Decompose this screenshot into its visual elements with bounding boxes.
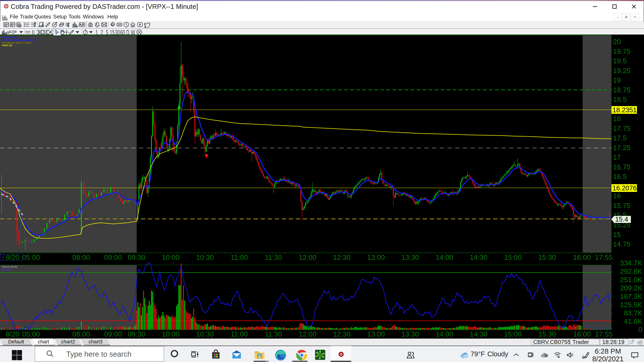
svg-text:17: 17 [613, 153, 621, 161]
svg-text:167.3K: 167.3K [620, 293, 642, 300]
svg-text:19.5: 19.5 [613, 57, 627, 65]
svg-text:15: 15 [613, 231, 621, 239]
svg-text:VWAP (0): VWAP (0) [2, 44, 12, 47]
svg-text:Price (Candle): Price (Candle) [2, 36, 18, 39]
svg-text:13:30: 13:30 [401, 330, 419, 338]
svg-text:08:00: 08:00 [72, 253, 90, 261]
svg-text:Moving Average (Expone@9): Moving Average (Expone@9) [2, 39, 34, 41]
svg-text:09:30: 09:30 [128, 253, 145, 261]
svg-text:16: 16 [613, 192, 621, 200]
svg-text:8/20: 8/20 [6, 253, 20, 261]
svg-text:14:30: 14:30 [470, 330, 487, 338]
svg-text:PriceMarker (Open,Y High): PriceMarker (Open,Y High) [2, 41, 31, 44]
svg-text:13:30: 13:30 [401, 253, 419, 261]
svg-text:15:30: 15:30 [538, 253, 556, 261]
svg-text:19.75: 19.75 [613, 47, 630, 55]
svg-text:209.2K: 209.2K [620, 284, 642, 292]
svg-text:334.7K: 334.7K [620, 259, 642, 267]
svg-text:Volume (BAR): Volume (BAR) [2, 266, 17, 268]
svg-text:10:00: 10:00 [162, 253, 180, 261]
svg-text:18.5: 18.5 [613, 95, 627, 103]
svg-text:12:00: 12:00 [299, 330, 316, 338]
svg-text:11:30: 11:30 [265, 253, 282, 261]
svg-text:15:00: 15:00 [504, 253, 522, 261]
svg-text:17.75: 17.75 [613, 124, 630, 132]
svg-text:RSI (14): RSI (14) [2, 268, 10, 271]
svg-text:83.7K: 83.7K [624, 309, 642, 317]
svg-text:15:00: 15:00 [504, 330, 522, 338]
svg-text:13:00: 13:00 [367, 253, 385, 261]
svg-text:18: 18 [613, 115, 621, 123]
svg-text:08:00: 08:00 [72, 330, 90, 338]
svg-text:16:00: 16:00 [573, 253, 591, 261]
svg-text:18.75: 18.75 [613, 86, 630, 94]
svg-text:125.5K: 125.5K [620, 301, 642, 309]
svg-text:14.75: 14.75 [613, 240, 630, 248]
svg-text:41.8K: 41.8K [624, 318, 642, 325]
svg-text:10:30: 10:30 [196, 253, 214, 261]
svg-text:251.0K: 251.0K [620, 276, 642, 284]
svg-text:16.5: 16.5 [613, 173, 627, 180]
svg-text:15.4: 15.4 [615, 216, 628, 223]
svg-text:19: 19 [613, 76, 621, 84]
svg-text:8/20: 8/20 [6, 330, 20, 338]
svg-text:09:30: 09:30 [128, 330, 145, 338]
svg-text:15.75: 15.75 [613, 202, 630, 210]
svg-text:292.8K: 292.8K [620, 268, 642, 275]
svg-text:12:30: 12:30 [333, 330, 350, 338]
svg-text:05:00: 05:00 [22, 253, 40, 261]
svg-text:15:30: 15:30 [538, 330, 556, 338]
svg-text:05:00: 05:00 [22, 330, 40, 338]
svg-text:11:30: 11:30 [265, 330, 282, 338]
svg-text:17.25: 17.25 [613, 144, 630, 152]
svg-text:14:00: 14:00 [436, 330, 453, 338]
svg-text:14:00: 14:00 [436, 253, 453, 261]
svg-text:13:00: 13:00 [367, 330, 385, 338]
svg-text:16:00: 16:00 [573, 330, 591, 338]
svg-text:11:00: 11:00 [230, 253, 248, 261]
svg-text:12:00: 12:00 [299, 253, 316, 261]
svg-text:16.75: 16.75 [613, 163, 630, 171]
svg-text:18.2351: 18.2351 [612, 106, 637, 114]
svg-text:17.5: 17.5 [613, 134, 627, 142]
svg-text:14:30: 14:30 [470, 253, 487, 261]
svg-text:16.2076: 16.2076 [612, 184, 637, 192]
svg-text:10:00: 10:00 [162, 330, 180, 338]
svg-text:09:00: 09:00 [104, 253, 122, 261]
svg-text:09:00: 09:00 [104, 330, 122, 338]
svg-text:20: 20 [613, 38, 621, 45]
svg-text:12:30: 12:30 [333, 253, 350, 261]
svg-text:11:00: 11:00 [230, 330, 248, 338]
svg-text:17:55: 17:55 [595, 253, 612, 261]
svg-text:19.25: 19.25 [613, 67, 630, 75]
svg-text:10:30: 10:30 [196, 330, 214, 338]
svg-text:17:55: 17:55 [595, 330, 612, 338]
svg-text:0: 0 [638, 326, 642, 333]
